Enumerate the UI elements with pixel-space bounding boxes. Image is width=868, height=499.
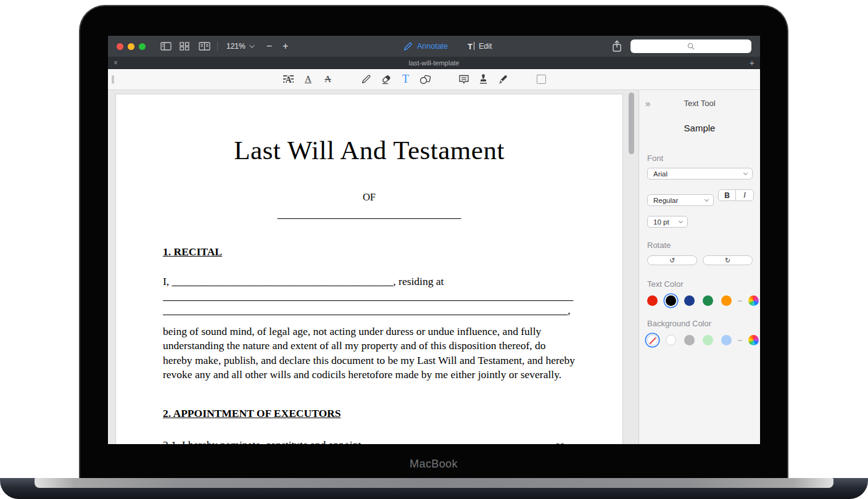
bg-color-blue-swatch[interactable] xyxy=(721,335,732,345)
app-toolbar: 121% − + Annotate T Edit xyxy=(108,36,760,57)
close-window-button[interactable] xyxy=(117,43,123,50)
zoom-in-button[interactable]: + xyxy=(283,41,288,52)
highlight-text-icon[interactable]: A xyxy=(283,73,294,86)
strikethrough-text-icon[interactable]: A xyxy=(322,73,334,86)
document-page[interactable]: Last Will And Testament OF _____________… xyxy=(115,94,623,444)
view-mode-buttons xyxy=(160,42,210,51)
text-color-label: Text Color xyxy=(647,279,760,289)
executors-heading: 2. APPOINTMENT OF EXECUTORS xyxy=(163,407,576,420)
recital-heading: 1. RECITAL xyxy=(163,245,576,258)
annotate-pen-icon xyxy=(403,42,413,51)
chevron-down-icon xyxy=(705,197,709,202)
font-style-row: Regular B I xyxy=(647,189,760,206)
stamp-icon[interactable] xyxy=(477,73,489,86)
toolbar-drag-handle[interactable] xyxy=(112,75,114,84)
recital-body-paragraph: being of sound mind, of legal age, not a… xyxy=(163,324,576,382)
app-window: 121% − + Annotate T Edit xyxy=(108,36,760,444)
document-of-label: OF xyxy=(163,191,576,204)
bg-color-none-swatch[interactable] xyxy=(647,335,658,345)
text-color-blue-swatch[interactable] xyxy=(684,295,695,306)
font-preview-sample: Sample xyxy=(639,123,760,133)
font-style-dropdown[interactable]: Regular xyxy=(647,194,714,206)
macbook-brand-label: MacBook xyxy=(80,458,787,471)
font-family-value: Arial xyxy=(653,170,668,178)
underline-text-icon[interactable]: A xyxy=(302,73,314,86)
window-controls xyxy=(117,43,146,50)
font-style-value: Regular xyxy=(653,197,678,204)
text-color-swatches xyxy=(647,295,760,306)
document-view: Last Will And Testament OF _____________… xyxy=(108,90,639,444)
bg-color-white-swatch[interactable] xyxy=(666,335,676,345)
text-color-black-swatch[interactable] xyxy=(666,295,676,306)
tab-edit[interactable]: T Edit xyxy=(468,42,492,51)
bold-italic-group: B I xyxy=(718,189,754,201)
new-tab-button[interactable]: + xyxy=(750,59,754,67)
annotate-label: Annotate xyxy=(417,42,448,51)
font-size-value: 10 pt xyxy=(653,218,669,226)
annotation-toolbar: A A A T xyxy=(108,69,760,90)
search-icon xyxy=(687,42,695,51)
thumbnails-view-icon[interactable] xyxy=(180,42,191,51)
edit-text-icon: T xyxy=(468,42,474,51)
recital-intro-line: I, _____________________________________… xyxy=(163,274,576,289)
rotate-cw-icon: ↻ xyxy=(725,257,730,264)
fullscreen-window-button[interactable] xyxy=(139,43,146,50)
background-color-swatches xyxy=(647,335,760,345)
document-title: Last Will And Testament xyxy=(163,135,576,165)
rotate-buttons-row: ↺ ↻ xyxy=(647,255,760,265)
zoom-level-dropdown[interactable]: 121% xyxy=(226,42,253,51)
italic-button[interactable]: I xyxy=(736,190,753,200)
sidebar-header: » Text Tool xyxy=(639,99,760,110)
two-page-view-icon[interactable] xyxy=(199,42,210,51)
search-input[interactable] xyxy=(630,39,751,53)
text-tool-icon[interactable]: T xyxy=(400,73,411,86)
mode-tabs: Annotate T Edit xyxy=(403,36,492,57)
main-area: Last Will And Testament OF _____________… xyxy=(108,90,760,444)
text-color-red-swatch[interactable] xyxy=(647,295,658,306)
font-section-label: Font xyxy=(647,154,760,163)
swatch-divider xyxy=(738,340,742,341)
toolbar-divider xyxy=(217,41,218,51)
swatch-divider xyxy=(738,300,742,302)
svg-text:A: A xyxy=(285,75,292,85)
font-family-dropdown[interactable]: Arial xyxy=(647,168,753,179)
edit-label: Edit xyxy=(479,42,492,51)
name-blank-line: ___________________________________ xyxy=(163,208,576,221)
text-color-green-swatch[interactable] xyxy=(703,295,713,306)
rotate-left-button[interactable]: ↺ xyxy=(647,255,697,265)
chevron-down-icon xyxy=(679,219,683,223)
bg-color-gray-swatch[interactable] xyxy=(684,335,695,345)
zoom-out-button[interactable]: − xyxy=(267,41,272,52)
address-blank-line-2: ________________________________________… xyxy=(163,303,576,318)
selection-marquee-icon[interactable] xyxy=(535,73,547,86)
sidebar-toggle-icon[interactable] xyxy=(160,42,172,51)
executors-clause: 2.1. I hereby nominate, constitute and a… xyxy=(163,437,576,445)
text-color-orange-swatch[interactable] xyxy=(721,295,732,306)
close-tab-button[interactable]: × xyxy=(114,59,118,67)
rotate-ccw-icon: ↺ xyxy=(669,257,675,264)
document-content: Last Will And Testament OF _____________… xyxy=(116,94,622,444)
signature-pen-icon[interactable] xyxy=(497,73,509,86)
font-size-dropdown[interactable]: 10 pt xyxy=(647,216,688,228)
rotate-right-button[interactable]: ↻ xyxy=(703,255,753,265)
bold-button[interactable]: B xyxy=(719,190,736,200)
vertical-scrollbar[interactable] xyxy=(629,93,634,154)
bg-color-wheel-swatch[interactable] xyxy=(748,335,759,345)
share-icon[interactable] xyxy=(611,39,623,53)
collapse-sidebar-icon[interactable]: » xyxy=(645,98,650,109)
tab-annotate[interactable]: Annotate xyxy=(403,42,448,51)
pencil-icon[interactable] xyxy=(360,73,372,86)
zoom-level-value: 121% xyxy=(226,42,246,51)
shapes-icon[interactable] xyxy=(420,73,431,86)
minimize-window-button[interactable] xyxy=(128,43,134,50)
bg-color-green-swatch[interactable] xyxy=(703,335,713,345)
sidebar-title: Text Tool xyxy=(684,99,715,108)
testator-name-blank: ________________________________________… xyxy=(172,275,394,287)
eraser-icon[interactable] xyxy=(380,73,392,86)
chevron-down-icon xyxy=(743,171,748,175)
document-tab-title[interactable]: last-will-template xyxy=(409,59,460,67)
text-tool-sidebar: » Text Tool Sample Font Arial Regular B xyxy=(639,90,760,444)
note-comment-icon[interactable] xyxy=(458,73,469,86)
chevron-down-icon xyxy=(249,43,254,47)
text-color-wheel-swatch[interactable] xyxy=(748,295,759,306)
